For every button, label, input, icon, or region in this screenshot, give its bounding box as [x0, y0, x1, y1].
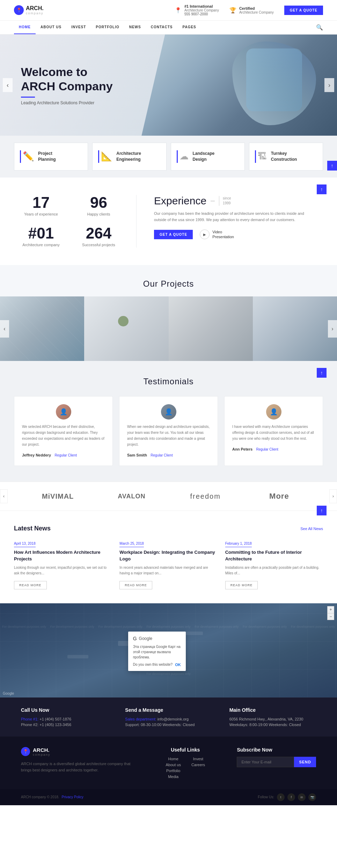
partners-prev-button[interactable]: ‹: [0, 489, 8, 503]
news-section: Latest News See All News April 13, 2018 …: [0, 511, 337, 603]
service-card-3[interactable]: ☁ LandscapeDesign: [171, 143, 245, 171]
map-zoom-in[interactable]: +: [327, 606, 334, 613]
logo[interactable]: 📍 ARCH. company: [14, 5, 44, 15]
stat-ranking: #01 Architecture company: [21, 226, 61, 248]
hero-next-button[interactable]: ›: [324, 78, 334, 92]
hero-subtitle: Leading Architecture Solutions Provider: [21, 100, 113, 105]
testimonial-card-1: 👤 We selected ARCH because of their dist…: [14, 396, 113, 466]
certified-icon: 🏆: [229, 7, 236, 14]
projects-next-button[interactable]: ›: [328, 320, 337, 338]
service-card-4[interactable]: 🏗 TurnkeyConstruction: [249, 143, 323, 171]
footer-hours: Weekdays: 8:00-19:00 Weekends: Closed: [229, 723, 316, 727]
map-dialog-question: Do you own this website?: [133, 663, 173, 666]
experience-desc: Our company has been the leading provide…: [154, 210, 316, 223]
footer-phone-1: Phone #1: +1 (404) 507-1876: [21, 717, 108, 721]
service-label-3: LandscapeDesign: [193, 151, 215, 163]
scroll-top-testimonials[interactable]: ↑: [317, 368, 327, 378]
video-presentation-btn[interactable]: ▶ VideoPresentation: [200, 229, 234, 240]
nav-pages[interactable]: PAGES: [178, 21, 201, 34]
testimonial-card-3: 👤 I have worked with many Architecture c…: [224, 396, 323, 466]
footer-link-about[interactable]: About us: [166, 763, 181, 767]
footer-email-input[interactable]: [237, 757, 294, 767]
map-dialog: G Google Эта страница Google Карт на это…: [128, 632, 186, 671]
map-section: For development purposes only For develo…: [0, 603, 337, 697]
nav-links: HOME ABOUT US INVEST PORTFOLIO NEWS CONT…: [14, 21, 201, 34]
hero-prev-button[interactable]: ‹: [3, 78, 13, 92]
testimonial-author-3: Ann Peters: [232, 447, 252, 451]
footer-support-hours: Support: 08-30-10:00 Weekends: Closed: [125, 723, 212, 727]
news-card-2: March 25, 2018 Workplace Design: Integra…: [119, 540, 217, 589]
projects-title: Our Projects: [0, 279, 337, 289]
footer-office-title: Main Office: [229, 707, 316, 713]
partners-next-button[interactable]: ›: [329, 489, 337, 503]
hero-content: Welcome to ARCH Company Leading Architec…: [0, 65, 134, 106]
read-more-btn-3[interactable]: READ MORE: [225, 581, 258, 589]
read-more-btn-2[interactable]: READ MORE: [119, 581, 152, 589]
testimonials-section: Testimonials 👤 We selected ARCH because …: [0, 361, 337, 482]
get-quote-btn[interactable]: GET A QUOTE: [154, 230, 193, 239]
footer-link-invest[interactable]: Invest: [191, 757, 205, 761]
news-date-1: April 13, 2018: [14, 542, 36, 547]
service-card-2[interactable]: 📐 ArchitectureEngineering: [92, 143, 166, 171]
news-card-text-3: Installations are often a practically po…: [225, 565, 323, 576]
testimonial-author-1: Jeffrey Neddery: [22, 453, 51, 457]
header-badge-1: 📍 #1 International Architecture Company …: [175, 4, 219, 16]
projects-prev-button[interactable]: ‹: [0, 320, 9, 338]
stats-grid: 17 Years of experience 96 Happy clients …: [21, 195, 119, 248]
map-dialog-ok-button[interactable]: OK: [175, 663, 181, 667]
service-card-1[interactable]: ✏️ ProjectPlanning: [14, 143, 88, 171]
map-dialog-text: Эта страница Google Карт на этой страниц…: [133, 644, 181, 660]
scroll-top-services[interactable]: ↑: [327, 161, 337, 171]
testimonial-card-2: 👤 When we needed design and architecture…: [119, 396, 218, 466]
project-planning-icon: ✏️: [23, 151, 34, 161]
see-all-news-link[interactable]: See All News: [300, 527, 323, 531]
social-twitter[interactable]: t: [277, 793, 285, 801]
header-badges: 📍 #1 International Architecture Company …: [175, 4, 323, 16]
google-logo-icon: G: [133, 636, 137, 641]
news-card-title-1: How Art Influences Modern Architecture P…: [14, 549, 112, 562]
follow-us-label: Follow Us:: [258, 795, 274, 799]
footer-office: Main Office 6056 Richmond Hwy., Alexandr…: [229, 707, 316, 727]
testimonials-title: Testimonials: [14, 377, 323, 386]
partner-logo-4: More: [242, 492, 316, 501]
social-linkedin[interactable]: in: [298, 793, 306, 801]
testimonial-avatar-1: 👤: [56, 404, 71, 420]
stat-projects: 264 Successful projects: [79, 226, 119, 248]
nav-home[interactable]: HOME: [14, 21, 36, 34]
read-more-btn-1[interactable]: READ MORE: [14, 581, 47, 589]
scroll-top-partners[interactable]: ↑: [317, 506, 327, 515]
footer-bottom: ARCH company © 2018. Privacy Policy Foll…: [0, 789, 337, 805]
footer-link-careers[interactable]: Careers: [191, 763, 205, 767]
stats-section: 17 Years of experience 96 Happy clients …: [0, 178, 337, 265]
social-facebook[interactable]: f: [287, 793, 295, 801]
footer-brand: 📍 ARCH. company ARCH company is a divers…: [21, 747, 134, 773]
nav-news[interactable]: NEWS: [124, 21, 146, 34]
services: ✏️ ProjectPlanning 📐 ArchitectureEnginee…: [0, 136, 337, 178]
news-card-text-1: Looking through our recent, impactful pr…: [14, 565, 112, 576]
hero: Welcome to ARCH Company Leading Architec…: [0, 35, 337, 136]
footer-call-title: Call Us Now: [21, 707, 108, 713]
project-image-4: [253, 296, 337, 361]
search-icon[interactable]: 🔍: [316, 24, 323, 31]
footer-link-home[interactable]: Home: [166, 757, 181, 761]
play-icon: ▶: [200, 229, 210, 239]
scroll-top-stats[interactable]: ↑: [317, 184, 327, 194]
nav-about[interactable]: ABOUT US: [36, 21, 66, 34]
footer-link-portfolio[interactable]: Portfolio: [166, 769, 181, 773]
project-image-2: [84, 296, 168, 361]
privacy-policy-link[interactable]: Privacy Policy: [61, 795, 83, 799]
social-instagram[interactable]: 📷: [308, 793, 316, 801]
footer-subscribe-btn[interactable]: SEND: [294, 757, 316, 767]
get-quote-button[interactable]: GET A QUOTE: [284, 6, 323, 15]
header: 📍 ARCH. company 📍 #1 International Archi…: [0, 0, 337, 21]
map-zoom-out[interactable]: −: [327, 613, 334, 620]
nav-contacts[interactable]: CONTACTS: [146, 21, 178, 34]
footer-subscribe-title: Subscribe Now: [237, 747, 316, 753]
testimonial-role-1: Regular Client: [55, 453, 77, 457]
nav-invest[interactable]: INVEST: [66, 21, 91, 34]
footer-main: 📍 ARCH. company ARCH company is a divers…: [0, 737, 337, 789]
service-label-1: ProjectPlanning: [38, 151, 56, 163]
partner-logo-2: AVALON: [95, 493, 168, 500]
footer-link-media[interactable]: Media: [166, 775, 181, 779]
nav-portfolio[interactable]: PORTFOLIO: [91, 21, 124, 34]
